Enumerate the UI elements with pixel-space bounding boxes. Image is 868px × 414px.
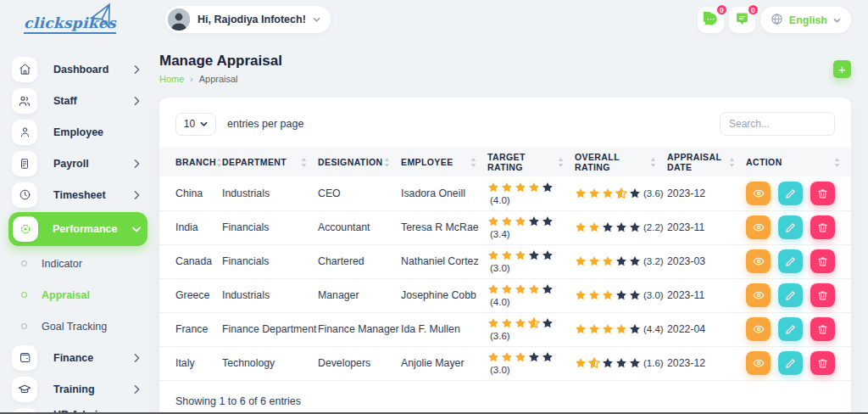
rating-value: (3.2) — [643, 256, 664, 266]
sidebar-item-finance[interactable]: Finance — [12, 342, 147, 373]
star-empty-icon — [542, 215, 554, 227]
edit-button[interactable] — [778, 317, 803, 341]
view-button[interactable] — [746, 182, 771, 205]
column-header-appraisal-date[interactable]: Appraisal Date — [667, 148, 746, 176]
cell-overall-rating: (4.4) — [575, 312, 667, 346]
cell-designation: Finance Manager — [318, 312, 401, 346]
star-empty-icon — [629, 289, 641, 301]
cell-branch: Canada — [159, 244, 222, 278]
star-full-icon — [487, 182, 499, 193]
column-header-action[interactable]: Action — [746, 148, 851, 176]
column-header-designation[interactable]: Designation — [318, 148, 401, 176]
view-button[interactable] — [746, 215, 771, 239]
cell-actions — [746, 312, 851, 346]
add-appraisal-button[interactable]: + — [833, 60, 851, 78]
appraisal-table: BranchDepartmentDesignationEmployeeTarge… — [159, 148, 851, 381]
cell-target-rating: (3.0) — [487, 346, 575, 380]
target-icon — [13, 216, 38, 242]
notifications-button[interactable]: 0 — [729, 7, 755, 33]
language-selector[interactable]: English — [760, 7, 851, 33]
star-half-icon — [588, 357, 600, 369]
edit-button[interactable] — [778, 182, 803, 205]
top-header: Hi, Rajodiya Infotech! 0 0 English — [158, 0, 868, 41]
page-size-select[interactable]: 10 — [175, 113, 216, 136]
star-full-icon — [575, 289, 587, 301]
cell-employee: Isadora Oneill — [401, 176, 487, 210]
sidebar-item-label: Payroll — [53, 158, 133, 170]
column-header-target-rating[interactable]: Target Rating — [487, 148, 575, 176]
sidebar-item-appraisal[interactable]: Appraisal — [0, 279, 158, 310]
sidebar-item-staff[interactable]: Staff — [12, 85, 147, 116]
sidebar-item-label: Performance — [53, 223, 132, 235]
star-empty-icon — [542, 249, 554, 261]
cell-appraisal-date: 2023-12 — [667, 176, 746, 210]
star-full-icon — [501, 283, 513, 295]
sidebar-item-label: Training — [53, 383, 133, 395]
search-input[interactable] — [720, 112, 835, 136]
rating-value: (3.6) — [490, 331, 510, 341]
edit-button[interactable] — [778, 351, 803, 375]
sidebar-item-goal-tracking[interactable]: Goal Tracking — [0, 310, 158, 342]
column-header-branch[interactable]: Branch — [159, 148, 222, 176]
cell-target-rating: (3.4) — [487, 210, 575, 244]
cell-designation: Developers — [318, 346, 401, 380]
delete-button[interactable] — [810, 249, 835, 273]
delete-button[interactable] — [810, 317, 835, 341]
user-menu[interactable]: Hi, Rajodiya Infotech! — [165, 6, 331, 33]
graduation-cap-icon — [12, 377, 37, 402]
star-full-icon — [515, 283, 526, 295]
cell-actions — [746, 176, 851, 210]
chevron-down-icon — [313, 17, 320, 22]
sidebar-item-training[interactable]: Training — [12, 373, 147, 405]
column-label: Overall Rating — [575, 152, 650, 172]
delete-button[interactable] — [810, 351, 835, 375]
view-button[interactable] — [746, 351, 771, 375]
sidebar-item-performance[interactable]: Performance — [8, 212, 147, 246]
sidebar-item-indicator[interactable]: Indicator — [0, 248, 158, 279]
cell-target-rating: (3.0) — [487, 244, 575, 278]
column-label: Designation — [318, 157, 383, 167]
avatar — [168, 8, 190, 31]
star-full-icon — [515, 182, 526, 193]
star-empty-icon — [542, 317, 554, 329]
edit-button[interactable] — [778, 215, 803, 239]
sidebar-item-employee[interactable]: Employee — [12, 116, 147, 148]
chat-square-icon — [735, 12, 749, 29]
star-full-icon — [515, 351, 526, 363]
notifications-badge: 0 — [747, 3, 760, 16]
column-label: Employee — [401, 157, 453, 167]
column-header-overall-rating[interactable]: Overall Rating — [575, 148, 667, 176]
delete-button[interactable] — [810, 215, 835, 239]
sidebar-item-timesheet[interactable]: Timesheet — [12, 179, 147, 210]
star-full-icon — [515, 317, 526, 329]
column-label: Branch — [175, 157, 216, 167]
sidebar-item-payroll[interactable]: Payroll — [12, 148, 147, 179]
sidebar-item-dashboard[interactable]: Dashboard — [12, 53, 147, 85]
view-button[interactable] — [746, 317, 771, 341]
users-icon — [12, 88, 37, 114]
star-full-icon — [602, 187, 614, 199]
star-full-icon — [515, 249, 526, 261]
delete-button[interactable] — [810, 283, 835, 307]
chevron-right-icon — [133, 191, 141, 199]
star-full-icon — [588, 187, 600, 199]
star-empty-icon — [542, 351, 554, 363]
breadcrumb-home[interactable]: Home — [159, 74, 184, 84]
brand-logo[interactable]: clickspikes — [0, 0, 158, 48]
column-header-employee[interactable]: Employee — [401, 148, 487, 176]
breadcrumb-separator: › — [190, 75, 192, 84]
column-header-department[interactable]: Department — [222, 148, 318, 176]
entries-per-page-label: entries per page — [227, 118, 303, 130]
star-full-icon — [588, 255, 600, 267]
delete-button[interactable] — [810, 182, 835, 205]
messages-button[interactable]: 0 — [698, 7, 724, 33]
edit-button[interactable] — [778, 283, 803, 307]
cell-branch: France — [159, 312, 222, 346]
view-button[interactable] — [746, 249, 771, 273]
star-full-icon — [602, 255, 614, 267]
edit-button[interactable] — [778, 249, 803, 273]
star-half-icon — [528, 317, 540, 329]
chevron-down-icon — [833, 18, 841, 23]
star-full-icon — [487, 317, 499, 329]
view-button[interactable] — [746, 283, 771, 307]
